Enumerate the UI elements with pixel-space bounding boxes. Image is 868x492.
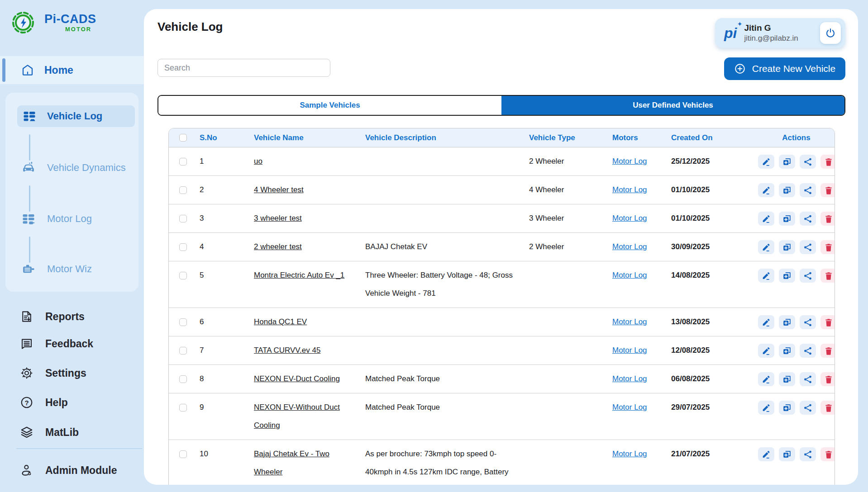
sidebar-item-vehicle-log[interactable]: Vehicle Log	[17, 105, 135, 127]
duplicate-button[interactable]	[779, 155, 795, 169]
edit-button[interactable]	[758, 372, 774, 386]
duplicate-button[interactable]	[779, 212, 795, 226]
vehicle-name-link[interactable]: uo	[254, 157, 262, 166]
vehicle-name-link[interactable]: NEXON EV-Duct Cooling	[254, 374, 340, 383]
share-button[interactable]	[800, 240, 816, 254]
vehicle-name-link[interactable]: Bajaj Chetak Ev - Two Wheeler	[254, 449, 329, 476]
column-header-created-on[interactable]: Created On	[666, 133, 758, 142]
edit-button[interactable]	[758, 155, 774, 169]
column-header-motors[interactable]: Motors	[607, 133, 666, 142]
motor-log-link[interactable]: Motor Log	[612, 185, 647, 194]
row-checkbox[interactable]	[179, 347, 187, 355]
sidebar-item-settings[interactable]: Settings	[0, 360, 144, 386]
column-header-vehicle-type[interactable]: Vehicle Type	[524, 133, 607, 142]
edit-button[interactable]	[758, 344, 774, 358]
sidebar-vehicle-group: Vehicle Log Vehicle Dynamics	[5, 93, 138, 292]
edit-button[interactable]	[758, 401, 774, 415]
delete-button[interactable]	[820, 183, 835, 197]
motor-log-link[interactable]: Motor Log	[612, 271, 647, 279]
share-button[interactable]	[800, 372, 816, 386]
edit-button[interactable]	[758, 212, 774, 226]
edit-button[interactable]	[758, 183, 774, 197]
share-button[interactable]	[800, 212, 816, 226]
column-header-sno[interactable]: S.No	[194, 133, 248, 142]
vehicle-name-link[interactable]: 3 wheeler test	[254, 214, 302, 222]
row-checkbox[interactable]	[179, 186, 187, 194]
share-button[interactable]	[800, 155, 816, 169]
motor-log-link[interactable]: Motor Log	[612, 214, 647, 222]
share-button[interactable]	[800, 344, 816, 358]
vehicle-name-link[interactable]: 2 wheeler test	[254, 242, 302, 251]
tab-user-defined-vehicles[interactable]: User Defined Vehicles	[501, 96, 844, 115]
duplicate-button[interactable]	[779, 372, 795, 386]
share-button[interactable]	[800, 183, 816, 197]
share-button[interactable]	[800, 269, 816, 283]
motor-log-link[interactable]: Motor Log	[612, 403, 647, 412]
motor-log-link[interactable]: Motor Log	[612, 317, 647, 326]
delete-button[interactable]	[820, 447, 835, 461]
user-profile-chip[interactable]: pi✦ Jitin G jitin.g@pilabz.in	[715, 18, 845, 48]
motor-log-link[interactable]: Motor Log	[612, 242, 647, 251]
sidebar-item-vehicle-dynamics[interactable]: Vehicle Dynamics	[5, 157, 138, 179]
sidebar-item-home[interactable]: Home	[0, 56, 144, 84]
duplicate-button[interactable]	[779, 183, 795, 197]
motor-log-link[interactable]: Motor Log	[612, 157, 647, 166]
select-all-checkbox[interactable]	[179, 134, 187, 142]
row-checkbox[interactable]	[179, 158, 187, 166]
row-checkbox[interactable]	[179, 450, 187, 458]
sidebar-item-reports[interactable]: Reports	[0, 304, 144, 329]
tab-sample-vehicles[interactable]: Sample Vehicles	[158, 96, 501, 115]
edit-pencil-icon	[761, 214, 771, 224]
delete-button[interactable]	[820, 372, 835, 386]
row-checkbox[interactable]	[179, 318, 187, 326]
edit-button[interactable]	[758, 447, 774, 461]
motor-log-link[interactable]: Motor Log	[612, 449, 647, 458]
sidebar-item-feedback[interactable]: Feedback	[0, 331, 144, 356]
row-checkbox[interactable]	[179, 215, 187, 222]
delete-button[interactable]	[820, 269, 835, 283]
share-button[interactable]	[800, 447, 816, 461]
share-button[interactable]	[800, 315, 816, 329]
column-header-vehicle-description[interactable]: Vehicle Description	[360, 133, 524, 142]
duplicate-button[interactable]	[779, 315, 795, 329]
create-new-vehicle-button[interactable]: Create New Vehicle	[724, 57, 845, 80]
column-header-vehicle-name[interactable]: Vehicle Name	[248, 133, 360, 142]
user-name: Jitin G	[744, 23, 820, 33]
duplicate-button[interactable]	[779, 240, 795, 254]
row-checkbox[interactable]	[179, 243, 187, 251]
delete-button[interactable]	[820, 401, 835, 415]
sidebar-item-help[interactable]: ? Help	[0, 390, 144, 415]
table-row: 10Bajaj Chetak Ev - Two WheelerAs per br…	[169, 440, 835, 485]
delete-button[interactable]	[820, 155, 835, 169]
search-input[interactable]	[157, 59, 330, 77]
vehicle-name-link[interactable]: Montra Electric Auto Ev _1	[254, 271, 344, 279]
vehicle-name-link[interactable]: Honda QC1 EV	[254, 317, 307, 326]
sidebar-item-matlib[interactable]: MatLib	[0, 420, 144, 445]
vehicle-name-cell: NEXON EV-Without Duct Cooling	[248, 393, 360, 440]
edit-button[interactable]	[758, 240, 774, 254]
delete-button[interactable]	[820, 212, 835, 226]
row-checkbox[interactable]	[179, 375, 187, 383]
sidebar-item-admin-module[interactable]: Admin Module	[0, 458, 144, 483]
motor-log-link[interactable]: Motor Log	[612, 346, 647, 355]
edit-button[interactable]	[758, 315, 774, 329]
share-button[interactable]	[800, 401, 816, 415]
row-checkbox-cell	[169, 308, 194, 326]
row-checkbox[interactable]	[179, 272, 187, 279]
row-checkbox[interactable]	[179, 404, 187, 412]
delete-button[interactable]	[820, 240, 835, 254]
vehicle-name-link[interactable]: NEXON EV-Without Duct Cooling	[254, 403, 340, 430]
duplicate-button[interactable]	[779, 401, 795, 415]
duplicate-button[interactable]	[779, 344, 795, 358]
vehicle-name-link[interactable]: TATA CURVV.ev 45	[254, 346, 320, 355]
motor-log-link[interactable]: Motor Log	[612, 374, 647, 383]
delete-button[interactable]	[820, 344, 835, 358]
delete-button[interactable]	[820, 315, 835, 329]
vehicle-name-link[interactable]: 4 Wheeler test	[254, 185, 304, 194]
sidebar-item-motor-wiz[interactable]: Motor Wiz	[5, 258, 138, 280]
duplicate-button[interactable]	[779, 269, 795, 283]
duplicate-button[interactable]	[779, 447, 795, 461]
sidebar-item-motor-log[interactable]: Motor Log	[5, 208, 138, 230]
logout-power-button[interactable]	[820, 22, 841, 44]
edit-button[interactable]	[758, 269, 774, 283]
